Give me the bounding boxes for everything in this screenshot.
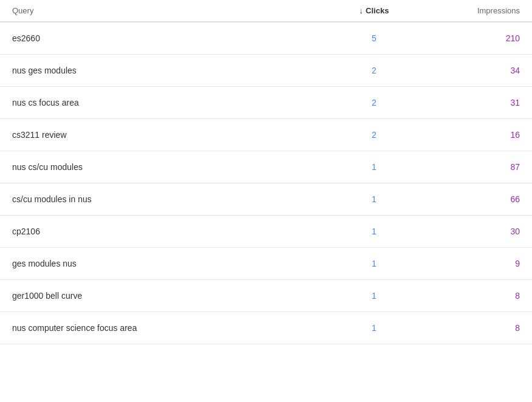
table-row: cp2106 1 30	[0, 216, 532, 248]
table-row: nus ges modules 2 34	[0, 55, 532, 87]
table-row: es2660 5 210	[0, 22, 532, 55]
row-query: nus cs focus area	[12, 98, 326, 107]
row-query: nus cs/cu modules	[12, 162, 326, 172]
row-clicks: 2	[326, 130, 423, 140]
row-query: cs/cu modules in nus	[12, 194, 326, 204]
row-impressions: 8	[423, 323, 520, 333]
row-clicks: 5	[326, 33, 423, 43]
row-impressions: 87	[423, 162, 520, 172]
row-query: ges modules nus	[12, 259, 326, 268]
table-row: cs3211 review 2 16	[0, 119, 532, 151]
table-row: nus cs/cu modules 1 87	[0, 151, 532, 183]
table-wrapper: Query ↓ Clicks Impressions es2660 5 210 …	[0, 0, 532, 402]
table-row: nus computer science focus area 1 8	[0, 312, 532, 344]
row-clicks: 1	[326, 227, 423, 236]
table-row: ges modules nus 1 9	[0, 248, 532, 280]
header-query[interactable]: Query	[12, 6, 326, 15]
table-body: es2660 5 210 nus ges modules 2 34 nus cs…	[0, 22, 532, 344]
row-query: nus computer science focus area	[12, 323, 326, 333]
row-clicks: 1	[326, 194, 423, 204]
table-row: nus cs focus area 2 31	[0, 87, 532, 119]
sort-down-icon: ↓	[360, 6, 364, 15]
table-row: cs/cu modules in nus 1 66	[0, 183, 532, 216]
row-clicks: 1	[326, 291, 423, 301]
clicks-label: Clicks	[366, 6, 389, 15]
row-impressions: 9	[423, 259, 520, 268]
row-impressions: 66	[423, 194, 520, 204]
row-query: cp2106	[12, 227, 326, 236]
table-row: ger1000 bell curve 1 8	[0, 280, 532, 312]
row-impressions: 210	[423, 33, 520, 43]
row-clicks: 2	[326, 98, 423, 107]
row-query: cs3211 review	[12, 130, 326, 140]
row-impressions: 16	[423, 130, 520, 140]
row-impressions: 34	[423, 66, 520, 75]
row-query: es2660	[12, 33, 326, 43]
header-clicks[interactable]: ↓ Clicks	[326, 6, 423, 15]
row-query: nus ges modules	[12, 66, 326, 75]
header-impressions[interactable]: Impressions	[423, 6, 520, 15]
row-impressions: 31	[423, 98, 520, 107]
row-clicks: 1	[326, 162, 423, 172]
row-clicks: 2	[326, 66, 423, 75]
row-clicks: 1	[326, 323, 423, 333]
row-impressions: 8	[423, 291, 520, 301]
row-clicks: 1	[326, 259, 423, 268]
row-query: ger1000 bell curve	[12, 291, 326, 301]
table-header: Query ↓ Clicks Impressions	[0, 0, 532, 22]
row-impressions: 30	[423, 227, 520, 236]
